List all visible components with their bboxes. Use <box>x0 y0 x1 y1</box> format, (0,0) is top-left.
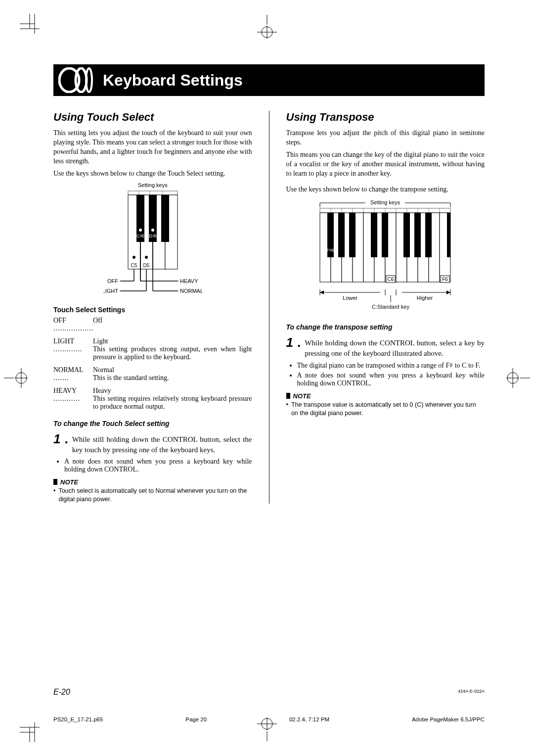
left-column: Using Touch Select This setting lets you… <box>53 111 252 504</box>
transpose-intro-2: This means you can change the key of the… <box>286 150 485 179</box>
step-number-1-icon: 1 <box>286 336 293 358</box>
right-note-heading: NOTE <box>286 392 485 400</box>
svg-rect-37 <box>161 195 169 242</box>
touch-step-bullet-1: A note does not sound when you press a k… <box>64 458 252 473</box>
svg-marker-96 <box>446 290 450 294</box>
def-light: LIGHT ............. LightThis setting pr… <box>53 337 252 361</box>
fig-setting-keys-label: Setting keys <box>53 182 252 188</box>
touch-keyboard-svg: C♯5 D♯5 C5 D5 <box>103 188 202 297</box>
change-transpose-heading: To change the transpose setting <box>286 323 485 331</box>
note-marker-icon <box>53 479 57 485</box>
left-note-heading: NOTE <box>53 478 252 486</box>
svg-text:F♯5: F♯5 <box>327 248 334 253</box>
touch-select-figure: Setting keys <box>53 182 252 299</box>
svg-text:D♯5: D♯5 <box>149 234 157 238</box>
svg-text:C5: C5 <box>131 263 137 268</box>
right-column: Using Transpose Transpose lets you adjus… <box>286 111 485 504</box>
transpose-figure: Setting keys <box>286 198 485 314</box>
crop-corner-top-left <box>20 14 44 39</box>
footer-datetime: 02.2.4, 7:12 PM <box>289 716 329 722</box>
svg-rect-86 <box>425 213 432 257</box>
transpose-bullet-2: A note does not sound when you press a k… <box>297 372 485 387</box>
svg-text:Lower: Lower <box>343 295 357 301</box>
def-off: OFF .................. Off <box>53 317 252 332</box>
footer-app: Adobe PageMaker 6.5J/PPC <box>412 716 485 722</box>
touch-select-intro-2: Use the keys shown below to change the T… <box>53 169 252 179</box>
transpose-intro-3: Use the keys shown below to change the t… <box>286 185 485 194</box>
svg-rect-83 <box>382 213 388 257</box>
svg-text:Setting keys: Setting keys <box>370 199 400 205</box>
chapter-title: Keyboard Settings <box>103 71 243 90</box>
doc-code: 424A-E-022A <box>458 689 485 694</box>
svg-point-42 <box>133 256 135 259</box>
svg-text:D5: D5 <box>143 263 149 268</box>
content-area: Keyboard Settings Using Touch Select Thi… <box>53 64 485 697</box>
svg-text:Higher: Higher <box>417 295 433 301</box>
page-number: E-20 <box>53 688 70 697</box>
touch-select-heading: Using Touch Select <box>53 111 252 124</box>
svg-rect-84 <box>403 213 410 257</box>
crop-mark-right <box>500 363 530 393</box>
transpose-bullet-1: The digital piano can be transposed with… <box>297 361 485 370</box>
touch-select-definitions: OFF .................. Off LIGHT .......… <box>53 317 252 411</box>
def-normal: NORMAL ....... NormalThis is the standar… <box>53 366 252 382</box>
svg-rect-80 <box>338 213 345 257</box>
transpose-step-1-text: While holding down the CONTROL button, s… <box>305 336 485 358</box>
svg-text:C:Standard key: C:Standard key <box>372 304 409 310</box>
svg-text:F6: F6 <box>442 277 448 282</box>
crop-mark-top <box>252 15 282 45</box>
page: Keyboard Settings Using Touch Select Thi… <box>0 0 534 756</box>
svg-rect-27 <box>128 191 178 195</box>
transpose-heading: Using Transpose <box>286 111 485 124</box>
svg-text:LIGHT: LIGHT <box>103 288 118 294</box>
touch-step-1-text: While still holding down the CONTROL but… <box>72 432 252 455</box>
transpose-intro-1: Transpose lets you adjust the pitch of t… <box>286 129 485 147</box>
touch-step-1: 1. While still holding down the CONTROL … <box>53 432 252 455</box>
svg-text:NORMAL: NORMAL <box>180 288 202 294</box>
svg-point-25 <box>76 68 87 92</box>
svg-marker-94 <box>320 290 324 294</box>
touch-step-bullets: A note does not sound when you press a k… <box>64 458 252 473</box>
footer-file: PS20_E_17-21.p65 <box>53 716 103 722</box>
svg-text:OFF: OFF <box>107 278 118 284</box>
footer-page: Page 20 <box>185 716 207 722</box>
svg-text:C♯5: C♯5 <box>136 234 144 238</box>
def-heavy: HEAVY ............ HeavyThis setting req… <box>53 387 252 411</box>
svg-point-45 <box>151 229 154 232</box>
touch-select-settings-heading: Touch Select Settings <box>53 306 252 314</box>
crop-mark-bottom <box>252 711 282 741</box>
chapter-icon <box>58 67 96 93</box>
svg-rect-85 <box>414 213 421 257</box>
left-note-body: •Touch select is automatically set to No… <box>53 487 252 504</box>
svg-rect-82 <box>371 213 377 257</box>
svg-rect-81 <box>349 213 356 257</box>
svg-point-44 <box>139 229 142 232</box>
svg-rect-87 <box>447 213 450 257</box>
transpose-keyboard-svg: Setting keys <box>296 198 474 312</box>
transpose-step-1: 1. While holding down the CONTROL button… <box>286 336 485 358</box>
change-touch-select-heading: To change the Touch Select setting <box>53 420 252 427</box>
svg-text:C6: C6 <box>388 277 394 282</box>
svg-point-43 <box>145 256 148 259</box>
crop-corner-bottom-left <box>20 717 44 742</box>
svg-text:HEAVY: HEAVY <box>180 278 198 284</box>
touch-select-intro-1: This setting lets you adjust the touch o… <box>53 129 252 166</box>
crop-mark-left <box>4 363 34 393</box>
chapter-title-bar: Keyboard Settings <box>53 64 485 96</box>
svg-point-26 <box>86 68 92 92</box>
note-marker-icon <box>286 393 290 399</box>
right-note-body: •The transpose value is automatically se… <box>286 401 485 418</box>
printer-footer: PS20_E_17-21.p65 Page 20 02.2.4, 7:12 PM… <box>53 716 485 722</box>
step-number-1-icon: 1 <box>53 432 60 455</box>
column-divider <box>269 111 269 504</box>
two-column-layout: Using Touch Select This setting lets you… <box>53 111 485 504</box>
transpose-step-bullets: The digital piano can be transposed with… <box>297 361 485 387</box>
